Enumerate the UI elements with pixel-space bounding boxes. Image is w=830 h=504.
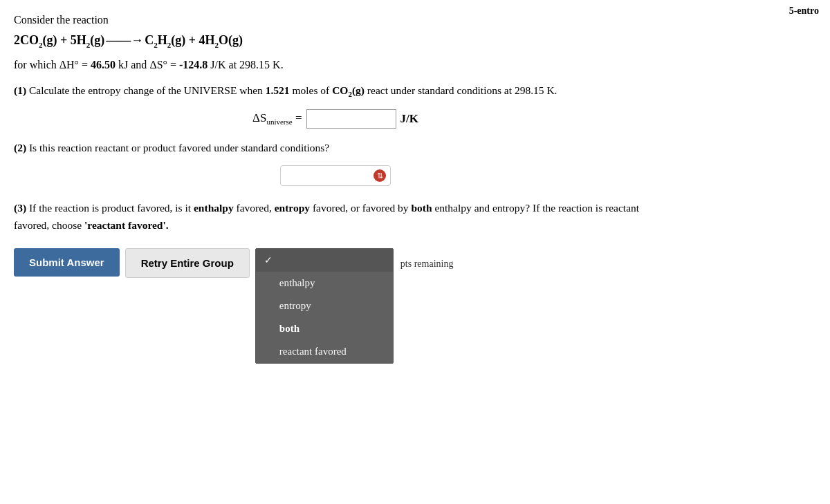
question3-text: (3) If the reaction is product favored, …: [14, 200, 657, 234]
delta-s-symbol: ΔS° = -124.8 J/K: [149, 59, 225, 71]
question2-select-box[interactable]: ⇅: [280, 165, 391, 186]
dropdown-item-entropy[interactable]: entropy: [256, 295, 393, 317]
check-placeholder: [264, 278, 274, 289]
retry-button[interactable]: Retry Entire Group: [125, 248, 250, 278]
dropdown-item-both-label: both: [279, 323, 299, 335]
delta-s-row: ΔSuniverse = J/K: [14, 109, 657, 129]
conditions-text: for which ΔH° = 46.50 kJ and ΔS° = -124.…: [14, 59, 657, 71]
check-placeholder3: [264, 324, 274, 335]
dropdown-item-checkmark[interactable]: ✓: [256, 249, 393, 272]
dropdown-item-both[interactable]: both: [256, 317, 393, 340]
dropdown-item-reactant-label: reactant favored: [279, 346, 347, 357]
check-placeholder2: [264, 301, 274, 312]
delta-s-label: ΔSuniverse =: [252, 111, 302, 126]
question3-dropdown-menu: ✓ enthalpy entropy both react: [255, 248, 394, 364]
check-icon: ✓: [264, 254, 274, 266]
dropdown-item-enthalpy[interactable]: enthalpy: [256, 272, 393, 295]
question2-select-container: ⇅: [14, 165, 657, 186]
jk-label: J/K: [400, 112, 418, 126]
consider-text: Consider the reaction: [14, 14, 657, 26]
question2-select-wrapper[interactable]: ⇅: [280, 165, 391, 186]
question2-text: (2) Is this reaction reactant or product…: [14, 140, 657, 156]
delta-h-symbol: ΔH° = 46.50 kJ: [59, 59, 129, 71]
dropdown-item-reactant-favored[interactable]: reactant favored: [256, 340, 393, 363]
reaction-arrow: ——→: [106, 33, 143, 48]
reaction-equation: 2CO2(g) + 5H2(g) ——→ C2H2(g) + 4H2O(g): [14, 33, 657, 49]
question1-text: (1) Calculate the entropy change of the …: [14, 82, 657, 100]
reaction-reactant1: 2CO2(g) + 5H2(g): [14, 33, 104, 49]
question3-dropdown-container[interactable]: ⇅ ✓ enthalpy entropy both: [255, 248, 394, 280]
submit-button[interactable]: Submit Answer: [14, 248, 120, 277]
bottom-row: Submit Answer Retry Entire Group ⇅ ✓ ent…: [14, 248, 657, 280]
check-placeholder4: [264, 346, 274, 357]
delta-s-input[interactable]: [306, 109, 396, 129]
reaction-products: C2H2(g) + 4H2O(g): [145, 33, 243, 49]
dropdown-item-entropy-label: entropy: [279, 300, 311, 312]
page-label: 5-entro: [789, 6, 819, 17]
dropdown-item-enthalpy-label: enthalpy: [279, 277, 315, 289]
question2-select-arrow: ⇅: [374, 169, 386, 182]
attempts-text: pts remaining: [400, 259, 454, 270]
